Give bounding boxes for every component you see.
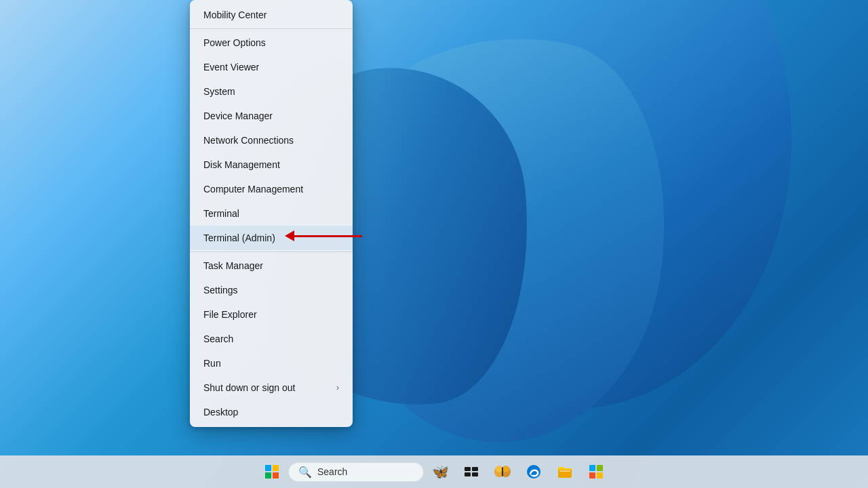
menu-item-network-connections-label: Network Connections (203, 135, 339, 146)
menu-item-disk-management[interactable]: Disk Management (190, 152, 353, 177)
file-explorer-icon (557, 464, 572, 479)
menu-item-power-options[interactable]: Power Options (190, 30, 353, 55)
widgets-button[interactable]: 🦋 (425, 457, 455, 487)
menu-item-desktop[interactable]: Desktop (190, 400, 353, 424)
menu-item-system[interactable]: System (190, 79, 353, 104)
svg-rect-12 (502, 467, 503, 476)
arrow-line (294, 235, 362, 237)
file-explorer-button[interactable] (550, 457, 580, 487)
svg-rect-15 (559, 470, 570, 472)
svg-rect-1 (273, 465, 279, 471)
menu-item-settings-label: Settings (203, 285, 339, 296)
svg-point-11 (502, 466, 509, 472)
task-view-button[interactable] (456, 457, 486, 487)
menu-item-event-viewer[interactable]: Event Viewer (190, 55, 353, 79)
svg-rect-4 (465, 467, 471, 471)
arrow-head-icon (285, 230, 294, 241)
svg-rect-19 (597, 472, 603, 479)
menu-item-device-manager-label: Device Manager (203, 110, 339, 121)
taskbar-items: 🔍 Search 🦋 (257, 457, 611, 487)
menu-item-device-manager[interactable]: Device Manager (190, 104, 353, 128)
edge-button[interactable] (519, 457, 549, 487)
svg-rect-5 (472, 467, 478, 471)
menu-item-desktop-label: Desktop (203, 407, 339, 418)
menu-item-shut-down[interactable]: Shut down or sign out › (190, 375, 353, 400)
svg-rect-7 (472, 472, 478, 476)
menu-item-mobility-center-label: Mobility Center (203, 9, 339, 20)
annotation-arrow (285, 230, 362, 241)
store-button[interactable] (581, 457, 611, 487)
butterfly-icon (494, 464, 511, 479)
svg-rect-18 (589, 472, 595, 479)
desktop-background (0, 0, 868, 488)
menu-item-settings[interactable]: Settings (190, 278, 353, 302)
separator-top (190, 28, 353, 29)
menu-item-power-options-label: Power Options (203, 37, 339, 48)
menu-item-search-label: Search (203, 333, 339, 344)
menu-item-run-label: Run (203, 358, 339, 369)
taskbar: 🔍 Search 🦋 (0, 455, 868, 488)
start-button[interactable] (257, 457, 287, 487)
context-menu: Mobility Center Power Options Event View… (190, 0, 353, 427)
svg-rect-0 (265, 465, 271, 471)
desktop-swirls (0, 0, 868, 488)
submenu-arrow-icon: › (336, 383, 339, 392)
menu-item-mobility-center[interactable]: Mobility Center (190, 3, 353, 27)
svg-rect-14 (558, 468, 572, 478)
menu-item-task-manager-label: Task Manager (203, 260, 339, 271)
svg-rect-17 (597, 465, 603, 471)
menu-item-file-explorer-label: File Explorer (203, 309, 339, 320)
widgets-icon: 🦋 (432, 464, 449, 480)
taskbar-widget-btn[interactable] (488, 457, 517, 487)
menu-item-event-viewer-label: Event Viewer (203, 62, 339, 73)
task-view-icon (464, 464, 479, 479)
menu-item-shut-down-label: Shut down or sign out (203, 382, 336, 393)
menu-item-computer-management-label: Computer Management (203, 184, 339, 195)
menu-item-disk-management-label: Disk Management (203, 159, 339, 170)
menu-item-file-explorer[interactable]: File Explorer (190, 302, 353, 327)
menu-item-network-connections[interactable]: Network Connections (190, 128, 353, 152)
separator-after-terminal (190, 251, 353, 252)
svg-rect-3 (273, 472, 279, 479)
windows-logo-icon (264, 464, 279, 479)
svg-rect-2 (265, 472, 271, 479)
svg-point-10 (496, 466, 502, 472)
svg-rect-16 (589, 465, 595, 471)
menu-item-task-manager[interactable]: Task Manager (190, 253, 353, 278)
menu-item-run[interactable]: Run (190, 351, 353, 375)
menu-item-terminal-label: Terminal (203, 208, 339, 219)
edge-icon (526, 464, 541, 479)
menu-item-search[interactable]: Search (190, 327, 353, 351)
taskbar-search[interactable]: 🔍 Search (288, 462, 424, 482)
menu-item-terminal[interactable]: Terminal (190, 201, 353, 226)
search-icon: 🔍 (298, 466, 312, 479)
menu-item-computer-management[interactable]: Computer Management (190, 177, 353, 201)
menu-item-system-label: System (203, 86, 339, 97)
store-icon (589, 464, 604, 479)
taskbar-search-label: Search (317, 466, 347, 477)
svg-rect-6 (465, 472, 471, 476)
